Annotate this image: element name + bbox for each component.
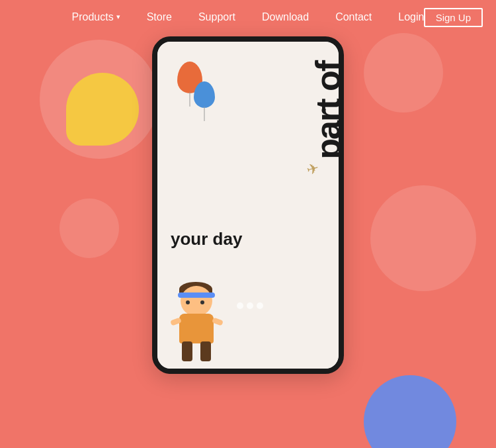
dots-decoration (237, 302, 263, 309)
navigation: Products ▾ Store Support Download Contac… (0, 0, 496, 34)
nav-contact-label: Contact (335, 11, 372, 23)
balloon-blue (194, 81, 215, 108)
character-illustration (167, 286, 233, 365)
vertical-hero-text: part of (311, 62, 339, 159)
nav-products-label: Products (72, 11, 114, 23)
nav-login-label: Login (398, 11, 424, 23)
nav-store-label: Store (147, 11, 172, 23)
bg-circle-mid-left (60, 199, 119, 258)
nav-download[interactable]: Download (262, 11, 309, 23)
yellow-blob-decoration (66, 73, 139, 146)
hero-tagline: your day (171, 229, 242, 249)
bg-circle-bottom-right (364, 375, 456, 448)
dot-1 (237, 302, 243, 309)
char-leg-left (182, 341, 192, 361)
dot-2 (247, 302, 253, 309)
char-eye-right (200, 300, 204, 304)
chevron-down-icon: ▾ (116, 13, 120, 21)
device-frame: part of your day ✈ (152, 36, 344, 374)
char-body (179, 314, 214, 343)
nav-download-label: Download (262, 11, 309, 23)
char-leg-right (200, 341, 211, 361)
nav-contact[interactable]: Contact (335, 11, 372, 23)
bg-circle-top-right (364, 33, 443, 112)
bg-circle-mid-right (370, 185, 476, 291)
nav-login[interactable]: Login (398, 11, 424, 23)
nav-support-label: Support (198, 11, 235, 23)
nav-support[interactable]: Support (198, 11, 235, 23)
dot-3 (257, 302, 263, 309)
char-headband (178, 292, 215, 298)
signup-button[interactable]: Sign Up (424, 8, 483, 27)
nav-store[interactable]: Store (147, 11, 172, 23)
plane-icon: ✈ (305, 159, 321, 179)
device-screen: part of your day ✈ (157, 42, 339, 369)
char-eye-left (186, 300, 190, 304)
bg-circle-top-left (40, 40, 159, 159)
nav-products[interactable]: Products ▾ (72, 11, 120, 23)
device-mockup: part of your day ✈ (152, 36, 344, 374)
